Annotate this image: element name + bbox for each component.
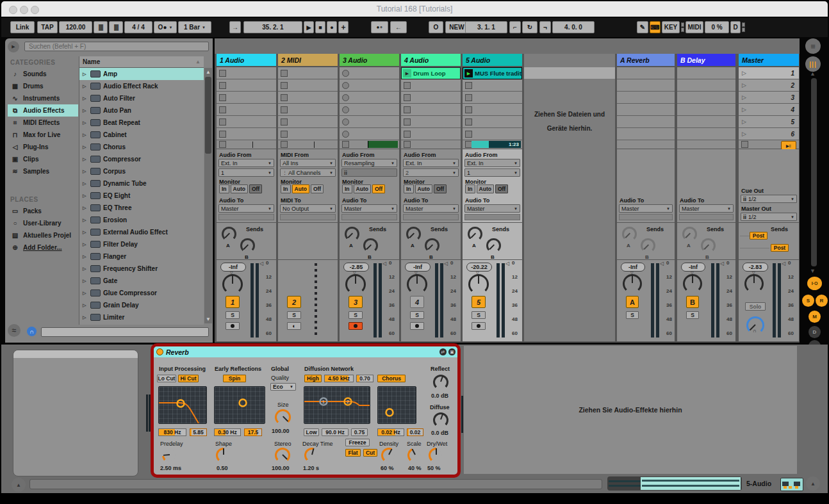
solo-button[interactable]: S (686, 311, 699, 319)
browser-list-item[interactable]: ▷ Amp (79, 68, 204, 80)
track-header[interactable]: Master (739, 54, 799, 66)
punch-out-button[interactable]: ¬ (539, 21, 551, 33)
chorus-amount-value[interactable]: 0.02 (407, 428, 423, 436)
output-chooser[interactable]: Master▼ (403, 204, 459, 213)
hot-swap-icon[interactable]: ⇄ (439, 348, 447, 355)
clip-playing-icon[interactable]: ▶ (464, 69, 473, 77)
expander-icon[interactable]: ▷ (83, 291, 88, 296)
input-type-chooser[interactable]: Ext. In▼ (403, 159, 459, 167)
sidebar-item-sounds[interactable]: ♪Sounds (8, 68, 78, 80)
track-header[interactable]: B Delay (677, 54, 735, 66)
detail-view-toggle[interactable]: ▲ (806, 476, 820, 491)
scale-knob[interactable] (407, 448, 423, 463)
dry-wet-knob[interactable] (429, 448, 444, 463)
scene-row[interactable]: ▷ 3 (739, 92, 799, 104)
quantization-menu[interactable]: 1 Bar▼ (178, 21, 211, 33)
window-close-button[interactable] (9, 6, 17, 14)
monitor-off-button[interactable]: Off (372, 184, 385, 193)
stop-all-clips-button[interactable]: ▶≡ (781, 141, 796, 150)
send-b-pre-post-button[interactable]: Post (771, 244, 789, 252)
preview-toggle-button[interactable]: ≈ (8, 324, 21, 337)
volume-display[interactable]: -20.22 (466, 263, 492, 272)
play-button[interactable]: ▶ (304, 21, 314, 33)
clip-drum-loop[interactable]: ▶ Drum Loop (401, 67, 461, 79)
browser-list-item[interactable]: ▷ Erosion (79, 214, 204, 226)
expander-icon[interactable]: ▷ (83, 145, 88, 150)
monitor-in-button[interactable]: In (281, 184, 291, 193)
track-header[interactable]: 1 Audio (217, 54, 276, 66)
link-button[interactable]: Link (10, 21, 35, 33)
size-value[interactable]: 100.00 (272, 428, 290, 434)
clip-slot[interactable] (340, 79, 399, 92)
output-chooser[interactable]: Master▼ (679, 204, 734, 213)
monitor-in-button[interactable]: In (465, 184, 475, 193)
browser-list-item[interactable]: ▷ EQ Three (79, 202, 204, 214)
clip-slot[interactable] (463, 128, 522, 140)
track-status-row[interactable] (401, 140, 461, 149)
show-returns-toggle[interactable]: R (816, 295, 828, 307)
diffuse-level-value[interactable]: 0.0 dB (431, 430, 448, 436)
hi-shelf-button[interactable]: High (304, 375, 322, 382)
clip-record-icon[interactable] (342, 70, 349, 77)
monitor-auto-button[interactable]: Auto (477, 184, 494, 193)
expander-icon[interactable]: ▷ (83, 266, 88, 272)
clip-slot[interactable] (340, 92, 399, 104)
browser-collapse-button[interactable]: ▶ (8, 41, 19, 53)
lo-cut-button[interactable]: Lo Cut (157, 375, 176, 382)
track-status-row[interactable] (217, 140, 276, 149)
device-title-bar[interactable]: Reverb ⇄ ▣ (154, 346, 457, 357)
arm-button[interactable] (226, 322, 240, 330)
hi-shelf-freq-value[interactable]: 4.50 kHz (324, 375, 354, 382)
monitor-in-button[interactable]: In (342, 184, 352, 193)
browser-list-item[interactable]: ▷ Compressor (79, 153, 204, 165)
show-mixer-toggle[interactable]: M (808, 311, 821, 323)
session-scrollbar[interactable] (811, 78, 817, 266)
add-folder-button[interactable]: ⊕Add Folder... (8, 241, 78, 254)
preview-strip[interactable] (41, 327, 209, 337)
track-header[interactable]: 4 Audio (401, 54, 461, 66)
browser-list-item[interactable]: ▷ Grain Delay (79, 299, 204, 311)
sidebar-item-drums[interactable]: ▦Drums (8, 80, 78, 92)
info-view-toggle[interactable]: ▲ (12, 478, 26, 492)
show-sends-toggle[interactable]: S (802, 295, 814, 307)
midi-map-button[interactable]: MIDI (685, 21, 703, 33)
show-io-toggle[interactable]: I·O (807, 277, 822, 290)
clip-slot[interactable] (278, 116, 338, 128)
output-channel-strip[interactable] (218, 214, 274, 220)
output-chooser[interactable]: No Output▼ (280, 204, 336, 213)
session-view-toggle[interactable]: ||| (805, 56, 821, 72)
send-a-knob[interactable] (345, 227, 359, 241)
loop-length-display[interactable]: 4. 0. 0 (552, 21, 595, 33)
list-header-name[interactable]: Name ▲ (79, 56, 204, 68)
volume-display[interactable]: -2.83 (743, 263, 768, 272)
time-signature-display[interactable]: 4 / 4 (124, 21, 152, 33)
quality-chooser[interactable]: Eco▼ (270, 383, 296, 391)
spin-rate-value[interactable]: 0.30 Hz (214, 428, 241, 436)
clip-slot[interactable] (463, 104, 522, 116)
arrangement-position-display[interactable]: 35. 2. 1 (243, 21, 302, 33)
cut-button[interactable]: Cut (363, 449, 377, 457)
input-type-chooser[interactable]: All Ins▼ (280, 159, 336, 167)
volume-knob[interactable] (345, 274, 366, 295)
clip-slot[interactable] (278, 128, 338, 140)
send-a-knob[interactable] (468, 227, 482, 241)
expander-icon[interactable]: ▷ (83, 315, 88, 320)
preview-headphone-icon[interactable]: ∩ (27, 327, 37, 336)
track-activator-button[interactable]: 2 (287, 296, 301, 308)
browser-list-item[interactable]: ▷ Beat Repeat (79, 117, 204, 129)
hi-cut-button[interactable]: Hi Cut (178, 375, 199, 382)
input-type-chooser[interactable]: Resampling▼ (341, 159, 397, 167)
cue-out-chooser[interactable]: ii1/2▼ (741, 195, 797, 203)
clip-slot[interactable] (401, 116, 461, 128)
sidebar-item-midi-effects[interactable]: ⌗MIDI Effects (8, 117, 78, 129)
window-minimize-button[interactable] (20, 6, 28, 14)
scene-play-icon[interactable]: ▷ (742, 118, 746, 125)
sidebar-item-user-library[interactable]: ○User-Library (8, 217, 78, 229)
browser-list-item[interactable]: ▷ Cabinet (79, 129, 204, 141)
scroll-up-icon[interactable]: ▲ (206, 69, 211, 75)
clip-slot[interactable] (463, 79, 522, 92)
expander-icon[interactable]: ▷ (83, 108, 88, 113)
automation-arm-button[interactable]: O (429, 21, 443, 33)
sidebar-item-packs[interactable]: ▭Packs (8, 205, 78, 217)
lo-shelf-button[interactable]: Low (304, 428, 319, 436)
